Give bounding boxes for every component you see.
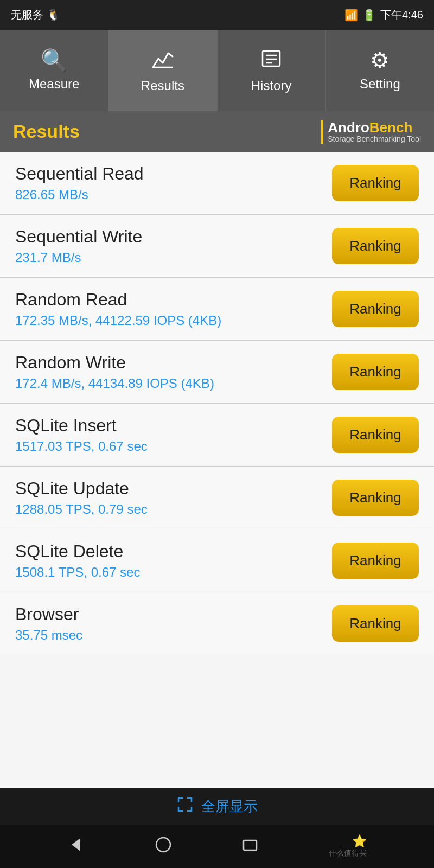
main-content: Sequential Read 826.65 MB/s Ranking Sequ…: [0, 152, 434, 788]
battery-icon: 🔋: [362, 9, 376, 22]
nav-watermark: ⭐ 什么值得买: [329, 834, 367, 858]
bench-name-browser: Browser: [15, 604, 82, 624]
svg-rect-7: [244, 840, 257, 850]
tab-measure-label: Measure: [29, 76, 79, 92]
bench-value-browser: 35.75 msec: [15, 628, 82, 643]
status-bar: 无服务 🐧 📶 🔋 下午4:46: [0, 0, 434, 30]
status-carrier: 无服务 🐧: [11, 8, 60, 22]
bench-info-sqlite-update: SQLite Update 1288.05 TPS, 0.79 sec: [15, 478, 148, 517]
back-icon[interactable]: [67, 836, 85, 857]
results-icon: [151, 48, 175, 73]
ranking-button-sqlite-delete[interactable]: Ranking: [332, 542, 419, 579]
bench-info-random-read: Random Read 172.35 MB/s, 44122.59 IOPS (…: [15, 290, 221, 328]
results-header: Results AndroBench Storage Benchmarking …: [0, 111, 434, 152]
setting-icon: ⚙: [370, 49, 390, 71]
bench-row-random-write: Random Write 172.4 MB/s, 44134.89 IOPS (…: [0, 341, 434, 404]
bench-name-random-write: Random Write: [15, 353, 214, 373]
bench-row-browser: Browser 35.75 msec Ranking: [0, 592, 434, 655]
tab-history-label: History: [251, 78, 292, 93]
bench-info-sqlite-insert: SQLite Insert 1517.03 TPS, 0.67 sec: [15, 416, 148, 454]
status-time: 下午4:46: [380, 8, 423, 22]
bench-info-sqlite-delete: SQLite Delete 1508.1 TPS, 0.67 sec: [15, 541, 140, 580]
bench-row-sequential-write: Sequential Write 231.7 MB/s Ranking: [0, 215, 434, 278]
fullscreen-text: 全屏显示: [201, 797, 258, 816]
watermark-text: 什么值得买: [329, 848, 367, 858]
bench-value-sqlite-delete: 1508.1 TPS, 0.67 sec: [15, 565, 140, 580]
ranking-button-random-read[interactable]: Ranking: [332, 291, 419, 327]
bench-info-sequential-write: Sequential Write 231.7 MB/s: [15, 227, 142, 265]
bench-name-sqlite-update: SQLite Update: [15, 478, 148, 499]
bottom-bar: 全屏显示 ⭐ 什么值得买: [0, 788, 434, 868]
logo-text: AndroBench Storage Benchmarking Tool: [328, 120, 421, 144]
results-title: Results: [13, 121, 80, 142]
ranking-button-browser[interactable]: Ranking: [332, 605, 419, 642]
bench-info-browser: Browser 35.75 msec: [15, 604, 82, 643]
bench-row-sqlite-insert: SQLite Insert 1517.03 TPS, 0.67 sec Rank…: [0, 404, 434, 467]
status-right: 📶 🔋 下午4:46: [344, 8, 423, 22]
bench-name-random-read: Random Read: [15, 290, 221, 310]
bench-info-random-write: Random Write 172.4 MB/s, 44134.89 IOPS (…: [15, 353, 214, 391]
tab-results[interactable]: Results: [108, 30, 217, 111]
wifi-icon: 📶: [344, 9, 358, 22]
recents-icon[interactable]: [241, 836, 259, 857]
measure-icon: 🔍: [41, 49, 68, 71]
bench-value-sqlite-insert: 1517.03 TPS, 0.67 sec: [15, 439, 148, 454]
svg-point-6: [156, 838, 170, 852]
logo-name: AndroBench: [328, 120, 421, 136]
tab-measure[interactable]: 🔍 Measure: [0, 30, 108, 111]
ranking-button-sqlite-insert[interactable]: Ranking: [332, 417, 419, 453]
fullscreen-icon: [176, 796, 194, 817]
bench-row-sqlite-delete: SQLite Delete 1508.1 TPS, 0.67 sec Ranki…: [0, 529, 434, 592]
tab-history[interactable]: History: [218, 30, 326, 111]
bench-row-sequential-read: Sequential Read 826.65 MB/s Ranking: [0, 152, 434, 215]
ranking-button-sqlite-update[interactable]: Ranking: [332, 480, 419, 516]
bench-name-sqlite-delete: SQLite Delete: [15, 541, 140, 561]
tab-setting-label: Setting: [360, 76, 400, 92]
bench-value-sqlite-update: 1288.05 TPS, 0.79 sec: [15, 502, 148, 517]
bench-name-sqlite-insert: SQLite Insert: [15, 416, 148, 436]
watermark-icon: ⭐: [352, 834, 367, 848]
bench-value-sequential-read: 826.65 MB/s: [15, 187, 144, 202]
logo-sub: Storage Benchmarking Tool: [328, 135, 421, 143]
tab-bar: 🔍 Measure Results History ⚙ Setting: [0, 30, 434, 111]
bench-value-random-read: 172.35 MB/s, 44122.59 IOPS (4KB): [15, 313, 221, 328]
bench-row-sqlite-update: SQLite Update 1288.05 TPS, 0.79 sec Rank…: [0, 467, 434, 529]
home-icon[interactable]: [155, 836, 172, 857]
svg-marker-5: [72, 838, 80, 851]
ranking-button-random-write[interactable]: Ranking: [332, 354, 419, 390]
logo-bold: Bench: [369, 119, 412, 136]
ranking-button-sequential-read[interactable]: Ranking: [332, 165, 419, 201]
ranking-button-sequential-write[interactable]: Ranking: [332, 228, 419, 264]
history-icon: [260, 48, 282, 73]
tab-setting[interactable]: ⚙ Setting: [326, 30, 434, 111]
tab-results-label: Results: [141, 78, 184, 93]
nav-bar: ⭐ 什么值得买: [0, 825, 434, 868]
bench-info-sequential-read: Sequential Read 826.65 MB/s: [15, 164, 144, 202]
bench-value-sequential-write: 231.7 MB/s: [15, 250, 142, 265]
androbench-logo: AndroBench Storage Benchmarking Tool: [321, 120, 421, 144]
bench-row-random-read: Random Read 172.35 MB/s, 44122.59 IOPS (…: [0, 278, 434, 341]
bench-name-sequential-write: Sequential Write: [15, 227, 142, 247]
bench-value-random-write: 172.4 MB/s, 44134.89 IOPS (4KB): [15, 376, 214, 391]
bench-name-sequential-read: Sequential Read: [15, 164, 144, 184]
logo-bar: [321, 120, 323, 144]
fullscreen-bar[interactable]: 全屏显示: [0, 788, 434, 825]
